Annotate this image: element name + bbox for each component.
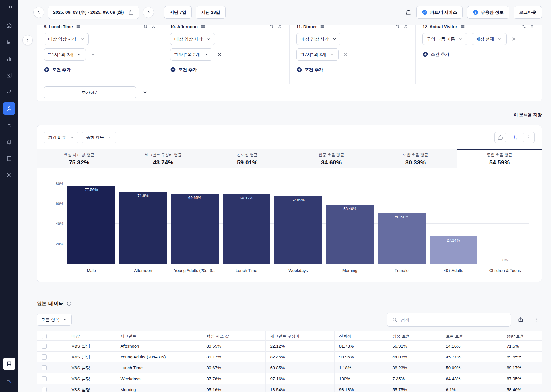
sidebar-item-explore[interactable] [3,69,15,81]
save-analysis-button[interactable]: 이 분석을 저장 [506,112,542,118]
column-header[interactable]: 신뢰성 [334,331,388,341]
table-row[interactable]: V&S 빌딩Afternoon89.55%22.12%81.78%66.91%1… [37,341,542,352]
add-condition-button[interactable]: 조건 추가 [296,67,323,73]
row-checkbox[interactable] [42,344,47,349]
column-header[interactable]: 세그먼트 구성비 [265,331,334,341]
metric-dropdown[interactable]: 종합 효율 [82,132,116,143]
select-all-checkbox[interactable] [42,334,47,339]
table-row[interactable]: V&S 빌딩Lunch Time80.67%60.85%1.18%38.23%5… [37,362,542,373]
column-header[interactable]: 핵심 지표 값 [202,331,265,341]
add-condition-button[interactable]: 조건 추가 [44,67,71,73]
bar[interactable]: 77.56% [67,186,115,264]
filter-dropdown[interactable]: 매장 입장 시각 [170,33,215,45]
column-header[interactable]: 세그먼트 [116,331,202,341]
summary-tab[interactable]: 종합 효율 평균54.59% [457,149,542,168]
remove-filter-button[interactable] [216,51,223,58]
remove-filter-button[interactable] [511,36,517,42]
summary-tab[interactable]: 보완 효율 평균30.33% [373,149,457,168]
sidebar-item-analytics[interactable] [3,86,15,98]
date-range-picker[interactable]: 2025. 09. 03 (수) - 2025. 09. 09 (화) [48,6,139,19]
summary-tab[interactable]: 핵심 지표 값 평균75.32% [37,149,121,168]
sidebar-item-ai-insights[interactable] [3,119,15,131]
period-compare-dropdown[interactable]: 기간 비교 [44,132,78,143]
sidebar-item-guide[interactable] [3,358,15,370]
filter-row: 매장 입장 시각 [44,33,156,45]
remove-filter-button[interactable] [343,51,349,58]
export-button[interactable] [515,314,526,325]
sidebar-item-visitor-analysis[interactable] [3,102,15,115]
row-checkbox[interactable] [42,376,47,381]
useful-info-button[interactable]: 유용한 정보 [467,6,509,19]
collapse-toggle-button[interactable] [142,90,148,95]
column-header[interactable]: 종합 효율 [502,331,542,341]
export-button[interactable] [494,132,506,143]
sidebar-item-alerts[interactable] [3,135,15,148]
bar[interactable]: 69.17% [223,194,270,264]
sidebar-item-survey[interactable] [3,374,15,387]
add-segment-button[interactable]: 추가하기 [44,86,136,98]
summary-tab[interactable]: 신뢰성 평균59.01% [205,149,289,168]
filter-dropdown[interactable]: "14시" 외 2개 [170,48,212,61]
table-cell: 6.1% [441,384,502,392]
ai-insight-button[interactable] [509,132,520,143]
sidebar-item-settings[interactable] [3,169,15,181]
sidebar-item-store[interactable] [3,36,15,48]
partner-service-button[interactable]: 파트너 서비스 [416,6,463,19]
filter-dropdown[interactable]: "11시" 외 2개 [44,48,86,61]
column-header[interactable]: 매장 [67,331,116,341]
column-header[interactable]: 보완 효율 [441,331,502,341]
date-next-button[interactable] [143,7,154,18]
info-circle-icon [473,9,478,15]
table-row[interactable]: V&S 빌딩Weekdays87.76%97.16%100%7.35%64.43… [37,373,542,384]
row-checkbox[interactable] [42,365,47,370]
sparkles-icon [6,122,12,128]
stat-label: 보완 효율 평균 [403,152,428,158]
all-items-dropdown[interactable]: 모든 항목 [37,314,72,326]
segment-title: 9. Lunch Time [44,24,73,29]
last-28-days-button[interactable]: 지난 28일 [196,6,226,19]
filter-dropdown[interactable]: 매장 입장 시각 [44,33,89,45]
add-condition-button[interactable]: 조건 추가 [170,67,197,73]
search-report-icon [6,72,12,78]
sidebar-item-reports[interactable] [3,152,15,165]
sidebar-bottom [3,358,15,387]
bar[interactable]: 58.46% [326,205,374,264]
x-axis-label: Weekdays [274,268,322,273]
date-prev-button[interactable] [33,7,44,18]
bar[interactable]: 27.24% [430,236,477,264]
bar[interactable]: 50.61% [378,213,425,264]
more-options-button[interactable] [530,314,542,325]
row-select-cell [37,373,67,384]
column-header[interactable]: 집중 효율 [388,331,441,341]
row-select-cell [37,362,67,373]
export-icon [497,135,503,140]
table-row[interactable]: V&S 빌딩Morning95.16%13.54%98.18%55.75%6.1… [37,384,542,392]
summary-tab[interactable]: 세그먼트 구성비 평균43.74% [121,149,205,168]
table-row[interactable]: V&S 빌딩Young Adults (20s–30s)89.17%82.45%… [37,352,542,362]
row-checkbox[interactable] [42,387,47,392]
row-checkbox[interactable] [42,354,47,360]
table-header-row: 매장세그먼트핵심 지표 값세그먼트 구성비신뢰성집중 효율보완 효율종합 효율 [37,331,542,341]
table-cell: 1.18% [334,362,388,373]
logout-button[interactable]: 로그아웃 [514,6,542,19]
remove-filter-button[interactable] [90,51,96,58]
add-condition-button[interactable]: 조건 추가 [422,51,449,57]
bar[interactable]: 67.05% [274,196,322,264]
notifications-button[interactable] [405,9,412,16]
search-input[interactable] [401,317,506,322]
bar[interactable]: 71.6% [119,192,167,264]
filter-dropdown[interactable]: "17시" 외 3개 [296,48,339,61]
sidebar-item-dashboard[interactable] [3,52,15,65]
info-icon[interactable] [67,301,72,306]
sidebar-expand-button[interactable] [22,35,33,45]
filter-dropdown[interactable]: 구역 그룹 이름 [422,33,467,45]
bar[interactable]: 69.65% [171,194,218,264]
sidebar-item-home[interactable] [3,19,15,32]
last-7-days-button[interactable]: 지난 7일 [164,6,192,19]
summary-tab[interactable]: 집중 효율 평균34.68% [289,149,373,168]
filter-dropdown[interactable]: 매장 입장 시각 [296,33,341,45]
more-options-button[interactable] [523,132,535,143]
bar-series: 77.56%71.6%69.65%69.17%67.05%58.46%50.61… [67,178,529,264]
filter-dropdown[interactable]: 매장 전체 [472,33,507,45]
chevron-down-icon [498,37,502,41]
